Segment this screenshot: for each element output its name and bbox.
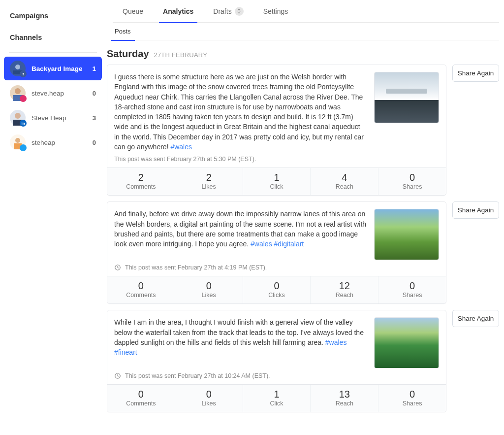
stat-value: 0 bbox=[175, 389, 243, 400]
facebook-icon: f bbox=[20, 70, 27, 77]
sidebar-item-instagram[interactable]: steve.heap0 bbox=[4, 81, 102, 105]
post-body: While I am in the area, I thought I woul… bbox=[107, 310, 446, 368]
sent-text: This post was sent February 27th at 4:19… bbox=[125, 264, 267, 271]
stat-label: Likes bbox=[175, 183, 243, 190]
stat-comments: 0Comments bbox=[107, 276, 175, 303]
stat-label: Reach bbox=[311, 400, 378, 407]
stat-value: 0 bbox=[107, 280, 175, 292]
stat-value: 0 bbox=[378, 280, 446, 292]
post-thumbnail[interactable] bbox=[374, 317, 439, 368]
stat-label: Clicks bbox=[243, 292, 311, 299]
tab-label: Analytics bbox=[163, 0, 193, 23]
stat-label: Click bbox=[243, 183, 311, 190]
channel-avatar bbox=[10, 134, 26, 150]
date-full: 27TH FEBRUARY bbox=[154, 51, 207, 59]
stat-value: 1 bbox=[243, 389, 311, 400]
tab-queue[interactable]: Queue bbox=[121, 0, 145, 23]
stat-comments: 0Comments bbox=[107, 385, 175, 412]
stat-shares: 0Shares bbox=[378, 385, 446, 412]
channel-count: 0 bbox=[93, 90, 96, 97]
stat-value: 2 bbox=[175, 172, 243, 183]
share-again-button[interactable]: Share Again bbox=[452, 65, 499, 82]
instagram-icon bbox=[20, 95, 27, 102]
sidebar-item-linkedin[interactable]: inSteve Heap3 bbox=[4, 106, 102, 130]
stat-label: Shares bbox=[378, 400, 446, 407]
svg-point-10 bbox=[15, 138, 20, 143]
sidebar-section-campaigns[interactable]: Campaigns bbox=[4, 5, 102, 27]
channel-name: steve.heap bbox=[32, 90, 93, 97]
stat-label: Comments bbox=[107, 183, 175, 190]
channel-avatar: f bbox=[10, 61, 26, 76]
tab-settings[interactable]: Settings bbox=[261, 0, 290, 23]
share-again-button[interactable]: Share Again bbox=[452, 201, 499, 219]
post-row: I guess there is some structure here as … bbox=[107, 65, 499, 196]
sent-line: This post was sent February 27th at 4:19… bbox=[107, 260, 446, 276]
channel-name: steheap bbox=[32, 139, 93, 146]
stat-label: Click bbox=[243, 400, 311, 407]
sidebar-item-facebook[interactable]: fBackyard Image1 bbox=[4, 57, 102, 80]
stat-label: Likes bbox=[175, 292, 243, 299]
divider bbox=[9, 52, 97, 53]
post-thumbnail[interactable] bbox=[374, 209, 439, 260]
twitter-icon bbox=[20, 144, 27, 151]
sent-text: This post was sent February 27th at 5:30… bbox=[114, 156, 256, 163]
post-text: And finally, before we drive away down t… bbox=[114, 209, 374, 260]
stat-label: Comments bbox=[107, 400, 175, 407]
tab-badge: 0 bbox=[235, 7, 244, 16]
stat-value: 1 bbox=[243, 172, 311, 183]
posts-list: I guess there is some structure here as … bbox=[107, 65, 499, 412]
channel-count: 1 bbox=[93, 65, 96, 72]
hashtag-link[interactable]: #wales bbox=[170, 143, 192, 151]
sidebar-item-twitter[interactable]: steheap0 bbox=[4, 131, 102, 154]
tab-drafts[interactable]: Drafts0 bbox=[211, 0, 245, 23]
post-text: While I am in the area, I thought I woul… bbox=[114, 317, 374, 368]
clock-icon bbox=[114, 264, 121, 271]
stats-bar: 0Comments0Likes0Clicks12Reach0Shares bbox=[107, 276, 446, 303]
post-body: I guess there is some structure here as … bbox=[107, 65, 446, 152]
sent-text: This post was sent February 27th at 10:2… bbox=[125, 372, 270, 379]
stat-click: 1Click bbox=[243, 385, 311, 412]
stat-value: 0 bbox=[107, 389, 175, 400]
stat-reach: 12Reach bbox=[311, 276, 378, 303]
stat-likes: 2Likes bbox=[175, 168, 243, 195]
share-again-button[interactable]: Share Again bbox=[452, 310, 499, 327]
svg-point-2 bbox=[15, 65, 20, 69]
post-thumbnail[interactable] bbox=[374, 72, 439, 123]
hashtag-link[interactable]: #wales bbox=[251, 240, 272, 248]
post-body: And finally, before we drive away down t… bbox=[107, 202, 446, 260]
sidebar: Campaigns Channels fBackyard Image1steve… bbox=[0, 0, 106, 435]
post-card: I guess there is some structure here as … bbox=[107, 65, 446, 196]
channel-count: 3 bbox=[93, 114, 96, 122]
post-card: And finally, before we drive away down t… bbox=[107, 201, 446, 304]
sent-line: This post was sent February 27th at 10:2… bbox=[107, 368, 446, 384]
stat-label: Reach bbox=[311, 292, 378, 299]
stat-clicks: 0Clicks bbox=[243, 276, 311, 303]
post-row: And finally, before we drive away down t… bbox=[107, 201, 499, 304]
stat-value: 4 bbox=[311, 172, 378, 183]
tab-label: Queue bbox=[123, 0, 143, 23]
hashtag-link[interactable]: #fineart bbox=[114, 348, 137, 356]
linkedin-icon: in bbox=[20, 120, 27, 127]
stat-comments: 2Comments bbox=[107, 168, 175, 195]
channel-name: Steve Heap bbox=[32, 114, 93, 122]
sidebar-section-channels[interactable]: Channels bbox=[4, 27, 102, 48]
stat-value: 0 bbox=[243, 280, 311, 292]
stat-shares: 0Shares bbox=[378, 276, 446, 303]
tab-label: Drafts bbox=[213, 0, 231, 23]
stat-value: 0 bbox=[378, 172, 446, 183]
stat-likes: 0Likes bbox=[175, 385, 243, 412]
stat-label: Comments bbox=[107, 292, 175, 299]
tab-analytics[interactable]: Analytics bbox=[161, 0, 195, 23]
subtab-posts[interactable]: Posts bbox=[113, 23, 133, 40]
sent-line: This post was sent February 27th at 5:30… bbox=[107, 152, 446, 167]
stat-shares: 0Shares bbox=[378, 168, 446, 195]
stat-label: Shares bbox=[378, 292, 446, 299]
channel-avatar bbox=[10, 85, 26, 101]
date-header: Saturday 27TH FEBRUARY bbox=[107, 48, 499, 60]
stat-click: 1Click bbox=[243, 168, 311, 195]
hashtag-link[interactable]: #digitalart bbox=[274, 240, 304, 248]
hashtag-link[interactable]: #wales bbox=[325, 338, 347, 346]
channel-list: fBackyard Image1steve.heap0inSteve Heap3… bbox=[4, 57, 102, 154]
stat-label: Reach bbox=[311, 183, 378, 190]
top-tabs: QueueAnalyticsDrafts0Settings bbox=[113, 0, 499, 23]
